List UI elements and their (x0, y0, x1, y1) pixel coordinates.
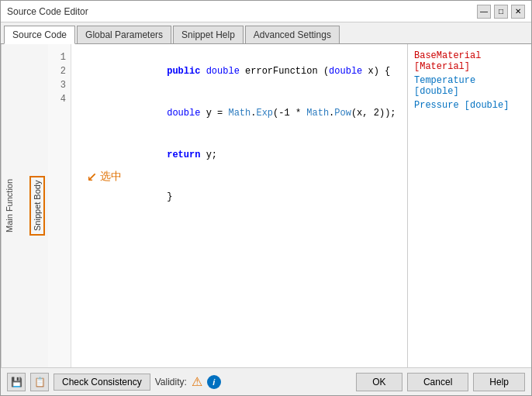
window-title: Source Code Editor (7, 6, 88, 17)
ok-button[interactable]: OK (356, 373, 402, 391)
tab-advanced-settings[interactable]: Advanced Settings (245, 26, 340, 43)
cancel-button[interactable]: Cancel (407, 373, 468, 391)
maximize-button[interactable]: □ (494, 5, 508, 19)
save-icon-button[interactable]: 💾 (7, 373, 26, 391)
right-panel-item-base-material: BaseMaterial [Material] (414, 50, 525, 72)
line-number: 4 (53, 92, 66, 106)
warning-icon: ⚠ (192, 374, 202, 389)
close-button[interactable]: ✕ (511, 5, 525, 19)
window-controls: — □ ✕ (477, 5, 525, 19)
statusbar-left: 💾 📋 Check Consistency Validity: ⚠ i (7, 373, 351, 391)
code-editor[interactable]: public double errorFunction (double x) {… (71, 44, 407, 367)
statusbar-right: OK Cancel Help (356, 373, 525, 391)
info-icon-button[interactable]: i (207, 375, 221, 389)
help-button[interactable]: Help (473, 373, 525, 391)
tab-snippet-help[interactable]: Snippet Help (173, 26, 244, 43)
code-line-3: return y; (78, 134, 401, 176)
line-number: 3 (53, 78, 66, 92)
right-panel: BaseMaterial [Material] Temperature [dou… (407, 44, 531, 367)
main-function-label: Main Function (5, 179, 14, 232)
snippet-body-label: Snippet Body (29, 176, 45, 236)
annotation-text: 选中 (100, 169, 122, 185)
save-icon: 💾 (11, 377, 22, 387)
right-panel-item-temperature: Temperature [double] (414, 75, 525, 97)
arrow-icon: ↙ (87, 168, 97, 185)
line-number: 2 (53, 64, 66, 78)
validity-label: Validity: (155, 377, 187, 387)
side-label-panel: Main Function Snippet Body (1, 44, 48, 367)
tab-source-code[interactable]: Source Code (4, 26, 75, 44)
copy-icon: 📋 (34, 377, 46, 387)
copy-icon-button[interactable]: 📋 (30, 373, 49, 391)
line-numbers: 1 2 3 4 (48, 44, 71, 367)
titlebar: Source Code Editor — □ ✕ (1, 1, 531, 22)
main-window: Source Code Editor — □ ✕ Source Code Glo… (0, 0, 532, 396)
editor-wrapper: 1 2 3 4 public double errorFunction (dou… (48, 44, 407, 367)
arrow-annotation: ↙ 选中 (87, 168, 122, 185)
line-number: 1 (53, 50, 66, 64)
content-area: Main Function Snippet Body 1 2 3 4 publi… (1, 44, 531, 367)
info-icon: i (212, 377, 215, 387)
statusbar: 💾 📋 Check Consistency Validity: ⚠ i OK C… (1, 367, 531, 395)
code-line-1: public double errorFunction (double x) { (78, 50, 401, 92)
check-consistency-button[interactable]: Check Consistency (54, 374, 150, 391)
code-line-4: } (78, 176, 401, 218)
editor-section: 1 2 3 4 public double errorFunction (dou… (48, 44, 407, 367)
code-line-2: double y = Math.Exp(-1 * Math.Pow(x, 2))… (78, 92, 401, 134)
tab-bar: Source Code Global Parameters Snippet He… (1, 22, 531, 44)
minimize-button[interactable]: — (477, 5, 491, 19)
tab-global-parameters[interactable]: Global Parameters (77, 26, 171, 43)
right-panel-item-pressure: Pressure [double] (414, 100, 525, 111)
